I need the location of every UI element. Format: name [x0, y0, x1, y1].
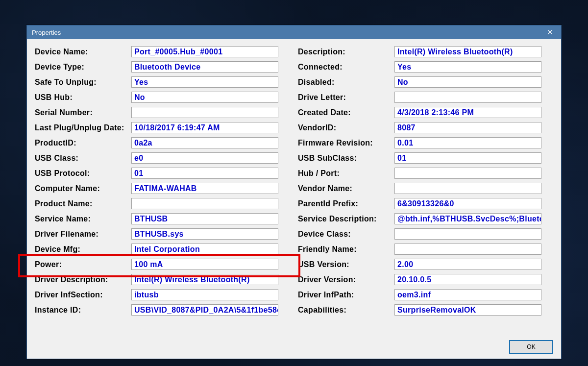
label-usb_version: USB Version: — [298, 260, 394, 269]
label-driver_version: Driver Version: — [298, 275, 394, 284]
label-serial_number: Serial Number: — [35, 108, 131, 117]
label-driver_filename: Driver Filename: — [35, 230, 131, 239]
desktop-background: Properties Device Name:Port_#0005.Hub_#0… — [0, 0, 588, 366]
value-disabled[interactable]: No — [394, 76, 541, 88]
label-safe_to_unplug: Safe To Unplug: — [35, 78, 131, 87]
value-serial_number[interactable] — [131, 107, 278, 118]
value-last_plug_unplug[interactable]: 10/18/2017 6:19:47 AM — [131, 122, 278, 133]
label-service_name: Service Name: — [35, 215, 131, 223]
value-product_id[interactable]: 0a2a — [131, 137, 278, 148]
label-friendly_name: Friendly Name: — [298, 245, 394, 254]
label-usb_protocol: USB Protocol: — [35, 169, 131, 178]
value-friendly_name[interactable] — [394, 244, 541, 255]
label-hub_port: Hub / Port: — [298, 169, 394, 178]
label-instance_id: Instance ID: — [35, 306, 131, 315]
properties-dialog: Properties Device Name:Port_#0005.Hub_#0… — [26, 25, 562, 359]
value-power[interactable]: 100 mA — [131, 259, 278, 270]
label-firmware_revision: Firmware Revision: — [298, 139, 394, 147]
value-usb_hub[interactable]: No — [131, 92, 278, 103]
label-disabled: Disabled: — [298, 78, 394, 87]
value-service_description[interactable]: @bth.inf,%BTHUSB.SvcDesc%;Blueto — [394, 213, 541, 224]
label-device_mfg: Device Mfg: — [35, 245, 131, 254]
value-service_name[interactable]: BTHUSB — [131, 213, 278, 224]
value-driver_description[interactable]: Intel(R) Wireless Bluetooth(R) — [131, 274, 278, 285]
label-vendor_name: Vendor Name: — [298, 184, 394, 193]
value-connected[interactable]: Yes — [394, 61, 541, 73]
label-driver_description: Driver Description: — [35, 275, 131, 284]
label-device_type: Device Type: — [35, 63, 131, 72]
value-product_name[interactable] — [131, 198, 278, 209]
value-usb_subclass[interactable]: 01 — [394, 152, 541, 164]
label-drive_letter: Drive Letter: — [298, 93, 394, 102]
value-driver_version[interactable]: 20.10.0.5 — [394, 274, 541, 285]
ok-label: OK — [527, 343, 535, 350]
value-safe_to_unplug[interactable]: Yes — [131, 76, 278, 88]
label-usb_subclass: USB SubClass: — [298, 154, 394, 163]
label-driver_infpath: Driver InfPath: — [298, 291, 394, 299]
value-parentid_prefix[interactable]: 6&30913326&0 — [394, 198, 541, 209]
value-driver_filename[interactable]: BTHUSB.sys — [131, 228, 278, 240]
label-capabilities: Capabilities: — [298, 306, 394, 315]
value-usb_version[interactable]: 2.00 — [394, 259, 541, 270]
label-parentid_prefix: ParentId Prefix: — [298, 199, 394, 208]
label-description: Description: — [298, 48, 394, 56]
value-vendor_name[interactable] — [394, 183, 541, 194]
label-power: Power: — [35, 260, 131, 269]
close-button[interactable] — [539, 25, 561, 39]
value-firmware_revision[interactable]: 0.01 — [394, 137, 541, 148]
properties-grid: Device Name:Port_#0005.Hub_#0001Descript… — [35, 46, 553, 316]
value-capabilities[interactable]: SurpriseRemovalOK — [394, 304, 541, 316]
label-driver_infsection: Driver InfSection: — [35, 291, 131, 299]
window-title: Properties — [32, 29, 539, 36]
value-driver_infsection[interactable]: ibtusb — [131, 289, 278, 300]
ok-button[interactable]: OK — [509, 340, 553, 354]
value-instance_id[interactable]: USB\VID_8087&PID_0A2A\5&1f1be58e — [131, 304, 278, 316]
value-device_class[interactable] — [394, 228, 541, 240]
value-computer_name[interactable]: FATIMA-WAHAB — [131, 183, 278, 194]
label-device_class: Device Class: — [298, 230, 394, 239]
value-hub_port[interactable] — [394, 168, 541, 179]
dialog-client-area: Device Name:Port_#0005.Hub_#0001Descript… — [27, 39, 561, 359]
label-usb_hub: USB Hub: — [35, 93, 131, 102]
label-usb_class: USB Class: — [35, 154, 131, 163]
label-vendor_id: VendorID: — [298, 123, 394, 132]
label-computer_name: Computer Name: — [35, 184, 131, 193]
label-service_description: Service Description: — [298, 215, 394, 223]
value-device_name[interactable]: Port_#0005.Hub_#0001 — [131, 46, 278, 57]
close-icon — [547, 29, 553, 36]
value-driver_infpath[interactable]: oem3.inf — [394, 289, 541, 300]
label-product_id: ProductID: — [35, 139, 131, 147]
label-last_plug_unplug: Last Plug/Unplug Date: — [35, 123, 131, 132]
value-usb_protocol[interactable]: 01 — [131, 168, 278, 179]
label-created_date: Created Date: — [298, 108, 394, 117]
value-usb_class[interactable]: e0 — [131, 152, 278, 164]
value-device_type[interactable]: Bluetooth Device — [131, 61, 278, 73]
value-vendor_id[interactable]: 8087 — [394, 122, 541, 133]
value-device_mfg[interactable]: Intel Corporation — [131, 244, 278, 255]
label-product_name: Product Name: — [35, 199, 131, 208]
label-connected: Connected: — [298, 63, 394, 72]
titlebar[interactable]: Properties — [27, 25, 561, 39]
dialog-footer: OK — [35, 335, 553, 354]
value-created_date[interactable]: 4/3/2018 2:13:46 PM — [394, 107, 541, 118]
label-device_name: Device Name: — [35, 48, 131, 56]
value-drive_letter[interactable] — [394, 92, 541, 103]
value-description[interactable]: Intel(R) Wireless Bluetooth(R) — [394, 46, 541, 57]
